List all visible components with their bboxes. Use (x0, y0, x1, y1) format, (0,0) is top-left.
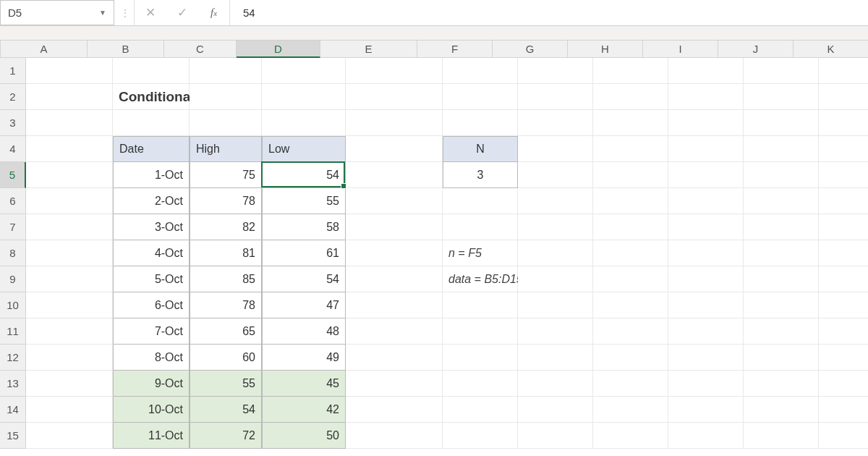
table-cell-date-3[interactable]: 4-Oct (113, 240, 190, 266)
cell-J6[interactable] (744, 188, 819, 214)
cell-C1[interactable] (190, 58, 262, 84)
formula-input[interactable]: 54 (230, 0, 868, 25)
cell-J4[interactable] (744, 136, 819, 162)
table-cell-date-4[interactable]: 5-Oct (113, 266, 190, 292)
cell-H7[interactable] (593, 214, 668, 240)
cell-G4[interactable] (518, 136, 593, 162)
cell-E13[interactable] (346, 371, 443, 397)
table-cell-low-9[interactable]: 42 (262, 397, 346, 423)
cell-F7[interactable] (443, 214, 518, 240)
cell-K6[interactable] (819, 188, 868, 214)
table-cell-low-8[interactable]: 45 (262, 371, 346, 397)
row-header-14[interactable]: 14 (0, 397, 26, 423)
row-header-10[interactable]: 10 (0, 292, 26, 318)
table-cell-low-5[interactable]: 47 (262, 292, 346, 318)
cell-I14[interactable] (668, 397, 744, 423)
cell-G9[interactable] (518, 266, 593, 292)
table-cell-low-10[interactable]: 50 (262, 423, 346, 449)
row-header-4[interactable]: 4 (0, 136, 26, 162)
cell-K12[interactable] (819, 345, 868, 371)
cell-E5[interactable] (346, 162, 443, 188)
cell-B1[interactable] (113, 58, 190, 84)
cell-H6[interactable] (593, 188, 668, 214)
cell-H10[interactable] (593, 292, 668, 318)
cell-K15[interactable] (819, 423, 868, 449)
cell-G8[interactable] (518, 240, 593, 266)
table-cell-high-2[interactable]: 82 (190, 214, 262, 240)
cell-I3[interactable] (668, 110, 744, 136)
column-header-E[interactable]: E (320, 41, 417, 58)
table-cell-date-5[interactable]: 6-Oct (113, 292, 190, 318)
cell-G11[interactable] (518, 318, 593, 345)
table-cell-high-4[interactable]: 85 (190, 266, 262, 292)
table-cell-low-0[interactable]: 54 (262, 162, 346, 188)
column-header-C[interactable]: C (164, 41, 237, 58)
cell-I7[interactable] (668, 214, 744, 240)
cell-J1[interactable] (744, 58, 819, 84)
cell-E3[interactable] (346, 110, 443, 136)
cell-A13[interactable] (26, 371, 113, 397)
table-cell-high-3[interactable]: 81 (190, 240, 262, 266)
cell-J13[interactable] (744, 371, 819, 397)
cell-F10[interactable] (443, 292, 518, 318)
cell-K9[interactable] (819, 266, 868, 292)
cell-I15[interactable] (668, 423, 744, 449)
cell-J2[interactable] (744, 84, 819, 110)
cell-I9[interactable] (668, 266, 744, 292)
cell-E2[interactable] (346, 84, 443, 110)
table-cell-low-3[interactable]: 61 (262, 240, 346, 266)
cell-A8[interactable] (26, 240, 113, 266)
n-value[interactable]: 3 (443, 162, 518, 188)
cell-G15[interactable] (518, 423, 593, 449)
cell-A9[interactable] (26, 266, 113, 292)
cell-K10[interactable] (819, 292, 868, 318)
cell-K5[interactable] (819, 162, 868, 188)
insert-function-button[interactable]: fx (198, 0, 230, 25)
row-header-12[interactable]: 12 (0, 345, 26, 371)
table-cell-low-6[interactable]: 48 (262, 318, 346, 345)
cell-E11[interactable] (346, 318, 443, 345)
cell-F1[interactable] (443, 58, 518, 84)
cell-I4[interactable] (668, 136, 744, 162)
cell-G14[interactable] (518, 397, 593, 423)
table-cell-low-4[interactable]: 54 (262, 266, 346, 292)
cancel-button[interactable]: ✕ (135, 0, 166, 25)
cell-B3[interactable] (113, 110, 190, 136)
cell-J8[interactable] (744, 240, 819, 266)
cell-I8[interactable] (668, 240, 744, 266)
cell-G3[interactable] (518, 110, 593, 136)
cell-A10[interactable] (26, 292, 113, 318)
cell-E15[interactable] (346, 423, 443, 449)
cell-H5[interactable] (593, 162, 668, 188)
cell-G2[interactable] (518, 84, 593, 110)
row-header-7[interactable]: 7 (0, 214, 26, 240)
cell-A14[interactable] (26, 397, 113, 423)
enter-button[interactable]: ✓ (166, 0, 198, 25)
table-cell-date-2[interactable]: 3-Oct (113, 214, 190, 240)
row-header-15[interactable]: 15 (0, 423, 26, 449)
column-header-B[interactable]: B (88, 41, 164, 58)
column-header-K[interactable]: K (793, 41, 868, 58)
cell-E9[interactable] (346, 266, 443, 292)
cell-G12[interactable] (518, 345, 593, 371)
cell-D1[interactable] (262, 58, 346, 84)
cell-G1[interactable] (518, 58, 593, 84)
cell-K2[interactable] (819, 84, 868, 110)
cell-G10[interactable] (518, 292, 593, 318)
table-cell-date-6[interactable]: 7-Oct (113, 318, 190, 345)
row-header-9[interactable]: 9 (0, 266, 26, 292)
table-cell-high-6[interactable]: 65 (190, 318, 262, 345)
table-cell-low-2[interactable]: 58 (262, 214, 346, 240)
cell-I11[interactable] (668, 318, 744, 345)
cell-H11[interactable] (593, 318, 668, 345)
cell-A4[interactable] (26, 136, 113, 162)
table-cell-high-1[interactable]: 78 (190, 188, 262, 214)
column-header-D[interactable]: D (237, 41, 320, 58)
cell-H13[interactable] (593, 371, 668, 397)
row-header-11[interactable]: 11 (0, 318, 26, 345)
table-header-low[interactable]: Low (262, 136, 346, 162)
cell-J3[interactable] (744, 110, 819, 136)
cell-J9[interactable] (744, 266, 819, 292)
row-header-2[interactable]: 2 (0, 84, 26, 110)
cell-H14[interactable] (593, 397, 668, 423)
